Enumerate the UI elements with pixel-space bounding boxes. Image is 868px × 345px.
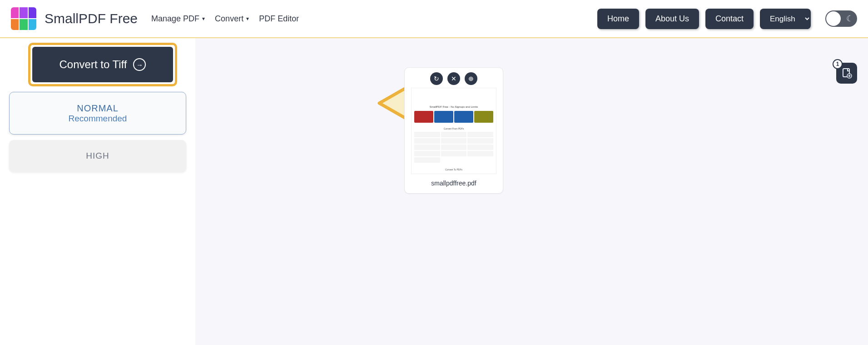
thumb-footer: Convert To PDFs <box>412 168 496 171</box>
logo-block: SmallPDF Free <box>11 7 138 30</box>
file-count-badge: 1 <box>833 59 843 69</box>
file-preview-card: ↻ ✕ ⊕ SmallPDF Free - No Signups and Lim… <box>404 67 503 194</box>
nav-left: Manage PDF ▾ Convert ▾ PDF Editor <box>151 14 299 24</box>
chevron-down-icon: ▾ <box>202 15 205 22</box>
sidebar: Convert to Tiff NORMAL Recommended HIGH <box>0 38 195 345</box>
app-header: SmallPDF Free Manage PDF ▾ Convert ▾ PDF… <box>0 0 868 38</box>
close-icon[interactable]: ✕ <box>447 72 460 85</box>
file-thumbnail: SmallPDF Free - No Signups and Limits Co… <box>411 88 496 174</box>
preview-actions: ↻ ✕ ⊕ <box>409 72 498 85</box>
nav-convert-label: Convert <box>215 14 243 24</box>
quality-option-high[interactable]: HIGH <box>9 140 186 172</box>
convert-button-highlight: Convert to Tiff <box>28 43 177 86</box>
option-title: HIGH <box>86 151 109 161</box>
thumb-mid: Convert From PDFs <box>412 127 496 130</box>
quality-option-normal[interactable]: NORMAL Recommended <box>9 92 186 135</box>
theme-toggle[interactable]: ☾ <box>825 10 857 27</box>
nav-pdf-editor[interactable]: PDF Editor <box>259 14 299 24</box>
logo-icon <box>11 7 36 30</box>
option-subtitle: Recommended <box>69 114 127 124</box>
refresh-icon[interactable]: ↻ <box>430 72 443 85</box>
nav-manage-label: Manage PDF <box>151 14 199 24</box>
thumb-header: SmallPDF Free - No Signups and Limits <box>412 105 496 108</box>
moon-icon: ☾ <box>846 14 853 24</box>
body-wrap: Convert to Tiff NORMAL Recommended HIGH … <box>0 38 868 345</box>
home-button[interactable]: Home <box>597 9 639 29</box>
nav-right: Home About Us Contact English ☾ <box>597 9 857 29</box>
nav-editor-label: PDF Editor <box>259 14 299 24</box>
nav-convert[interactable]: Convert ▾ <box>215 14 249 24</box>
convert-to-tiff-button[interactable]: Convert to Tiff <box>32 47 173 82</box>
option-title: NORMAL <box>77 103 119 114</box>
main-area: ↻ ✕ ⊕ SmallPDF Free - No Signups and Lim… <box>195 38 868 345</box>
add-file-fab[interactable]: 1 <box>836 63 857 84</box>
toggle-knob <box>826 11 841 26</box>
file-add-icon <box>841 68 852 79</box>
convert-label: Convert to Tiff <box>60 58 127 71</box>
contact-button[interactable]: Contact <box>705 9 754 29</box>
arrow-circle-icon <box>133 58 146 71</box>
file-name: smallpdffree.pdf <box>409 180 498 187</box>
brand-title: SmallPDF Free <box>45 11 138 26</box>
chevron-down-icon: ▾ <box>246 15 249 22</box>
nav-manage-pdf[interactable]: Manage PDF ▾ <box>151 14 205 24</box>
zoom-icon[interactable]: ⊕ <box>465 72 477 85</box>
about-us-button[interactable]: About Us <box>645 9 699 29</box>
language-select[interactable]: English <box>760 9 811 29</box>
